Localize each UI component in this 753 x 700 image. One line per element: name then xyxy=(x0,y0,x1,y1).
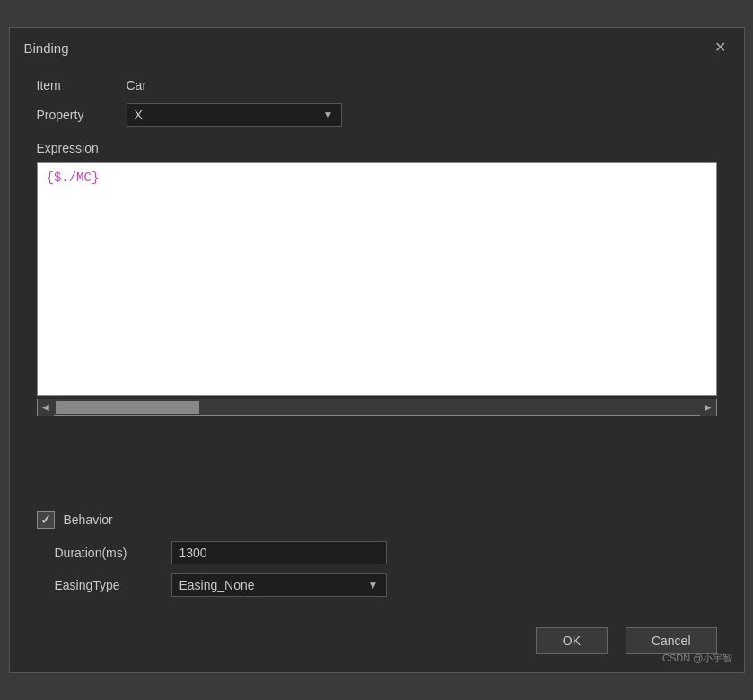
easing-dropdown-value: Easing_None xyxy=(179,578,255,592)
property-dropdown-arrow: ▼ xyxy=(323,109,334,121)
dialog-footer: OK Cancel xyxy=(10,615,744,672)
binding-dialog: Binding ✕ Item Car Property X ▼ Expressi… xyxy=(9,27,745,673)
duration-input[interactable] xyxy=(171,541,387,564)
ok-button[interactable]: OK xyxy=(536,627,608,654)
property-dropdown-value: X xyxy=(135,108,143,122)
property-dropdown[interactable]: X ▼ xyxy=(127,103,342,127)
cancel-button[interactable]: Cancel xyxy=(626,627,717,654)
item-row: Item Car xyxy=(37,78,717,92)
scroll-left-button[interactable]: ◀ xyxy=(38,399,54,416)
dialog-body: Item Car Property X ▼ Expression {$./MC}… xyxy=(10,64,744,615)
expression-section-label: Expression xyxy=(37,141,717,155)
dialog-title: Binding xyxy=(24,40,69,56)
behavior-checkbox[interactable]: ✓ xyxy=(37,511,55,529)
item-label: Item xyxy=(37,78,127,92)
checkbox-check-icon: ✓ xyxy=(40,512,51,527)
item-value: Car xyxy=(127,78,147,92)
behavior-header: ✓ Behavior xyxy=(37,511,717,529)
expression-scrollbar[interactable]: ◀ ▶ xyxy=(37,399,717,416)
property-row: Property X ▼ xyxy=(37,103,717,127)
expression-input[interactable]: {$./MC} xyxy=(37,162,717,396)
duration-label: Duration(ms) xyxy=(55,546,171,560)
close-button[interactable]: ✕ xyxy=(711,39,730,57)
easing-label: EasingType xyxy=(55,578,171,592)
easing-dropdown[interactable]: Easing_None ▼ xyxy=(171,573,387,597)
expression-container: {$./MC} ◀ ▶ xyxy=(37,162,717,494)
scroll-right-button[interactable]: ▶ xyxy=(700,399,716,416)
title-bar: Binding ✕ xyxy=(10,28,744,64)
behavior-label: Behavior xyxy=(64,512,113,527)
behavior-section: ✓ Behavior Duration(ms) EasingType Easin… xyxy=(37,511,717,597)
scroll-thumb[interactable] xyxy=(56,401,199,414)
behavior-fields: Duration(ms) EasingType Easing_None ▼ xyxy=(37,541,717,597)
scroll-track xyxy=(56,401,698,414)
property-label: Property xyxy=(37,108,127,122)
easing-row: EasingType Easing_None ▼ xyxy=(55,573,717,597)
easing-dropdown-arrow: ▼ xyxy=(368,579,379,591)
duration-row: Duration(ms) xyxy=(55,541,717,564)
watermark: CSDN @小宇智 xyxy=(662,652,732,665)
